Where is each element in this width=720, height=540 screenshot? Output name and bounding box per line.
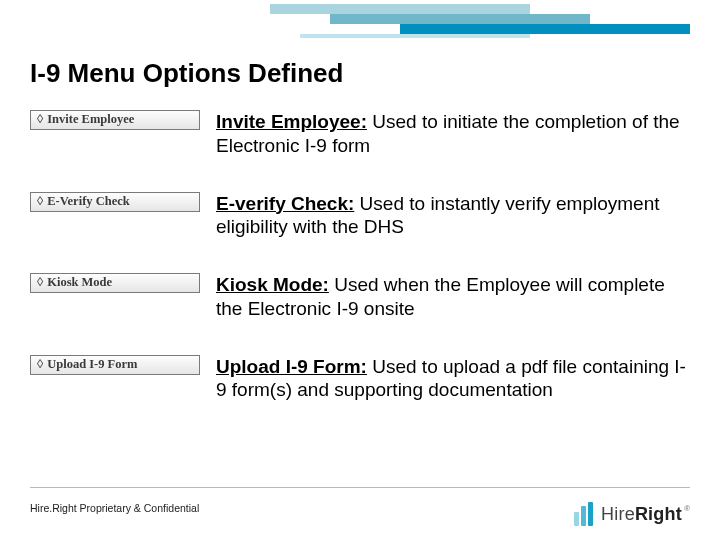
definition-text: Kiosk Mode: Used when the Employee will … [216, 273, 686, 321]
chevron-icon: ◊ [37, 276, 43, 289]
brand-left: Hire [601, 504, 635, 524]
definition-lead: E-verify Check: [216, 193, 354, 214]
chevron-icon: ◊ [37, 358, 43, 371]
definition-lead: Upload I-9 Form: [216, 356, 367, 377]
footer-text: Hire.Right Proprietary & Confidential [30, 502, 199, 514]
menu-button-invite-employee[interactable]: ◊ Invite Employee [30, 110, 200, 130]
definition-row: ◊ Upload I-9 Form Upload I-9 Form: Used … [30, 355, 690, 403]
definition-list: ◊ Invite Employee Invite Employee: Used … [30, 110, 690, 436]
menu-button-label: E-Verify Check [47, 195, 130, 208]
brand-right: Right [635, 504, 682, 524]
menu-button-label: Upload I-9 Form [47, 358, 137, 371]
definition-text: Upload I-9 Form: Used to upload a pdf fi… [216, 355, 686, 403]
definition-text: Invite Employee: Used to initiate the co… [216, 110, 686, 158]
definition-row: ◊ Invite Employee Invite Employee: Used … [30, 110, 690, 158]
brand-logo: HireRight® [574, 502, 690, 526]
definition-lead: Kiosk Mode: [216, 274, 329, 295]
menu-button-label: Kiosk Mode [47, 276, 112, 289]
decorative-top-bars [270, 0, 690, 46]
menu-button-e-verify-check[interactable]: ◊ E-Verify Check [30, 192, 200, 212]
definition-lead: Invite Employee: [216, 111, 367, 132]
footer-divider [30, 487, 690, 488]
registered-icon: ® [684, 504, 690, 513]
menu-button-upload-i9-form[interactable]: ◊ Upload I-9 Form [30, 355, 200, 375]
page-title: I-9 Menu Options Defined [30, 58, 343, 89]
slide: I-9 Menu Options Defined ◊ Invite Employ… [0, 0, 720, 540]
menu-button-kiosk-mode[interactable]: ◊ Kiosk Mode [30, 273, 200, 293]
definition-row: ◊ E-Verify Check E-verify Check: Used to… [30, 192, 690, 240]
chevron-icon: ◊ [37, 113, 43, 126]
definition-text: E-verify Check: Used to instantly verify… [216, 192, 686, 240]
brand-mark-icon [574, 502, 595, 526]
definition-row: ◊ Kiosk Mode Kiosk Mode: Used when the E… [30, 273, 690, 321]
menu-button-label: Invite Employee [47, 113, 134, 126]
brand-name: HireRight® [601, 504, 690, 525]
chevron-icon: ◊ [37, 195, 43, 208]
